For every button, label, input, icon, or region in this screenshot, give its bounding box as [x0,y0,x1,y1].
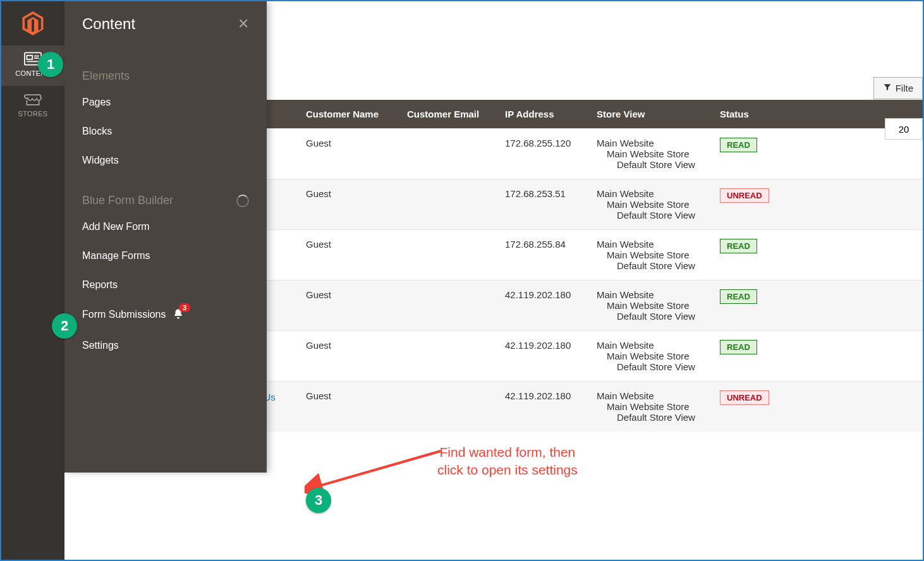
stores-icon [24,92,42,106]
annotation-badge-3: 3 [306,488,331,513]
nav-manage-forms[interactable]: Manage Forms [82,241,249,270]
flyout-title: Content [82,15,135,33]
row-store: Main WebsiteMain Website StoreDefault St… [597,289,705,322]
magento-logo[interactable] [1,1,64,45]
svg-rect-1 [27,56,32,59]
row-ip: 42.119.202.180 [497,331,589,382]
nav-pages[interactable]: Pages [82,88,249,117]
row-ip: 172.68.255.84 [497,230,589,280]
row-customer: Guest [298,280,399,331]
nav-add-form[interactable]: Add New Form [82,212,249,241]
nav-settings[interactable]: Settings [82,331,249,360]
section-elements: Elements [82,69,249,83]
row-email [399,280,497,331]
status-badge: UNREAD [720,390,769,405]
row-ip: 172.68.255.120 [497,129,589,179]
row-customer: Guest [298,331,399,382]
row-ip: 42.119.202.180 [497,280,589,331]
status-badge: READ [720,239,757,253]
page-size-input[interactable] [885,118,923,140]
admin-rail: CONTENT 3 STORES [1,1,64,560]
submissions-badge: 3 [179,303,190,312]
annotation-arrow-icon [305,443,450,494]
row-email [399,331,497,382]
nav-blocks[interactable]: Blocks [82,117,249,146]
col-customer-name[interactable]: Customer Name [298,100,399,129]
row-email [399,382,497,432]
row-store: Main WebsiteMain Website StoreDefault St… [597,239,705,271]
row-email [399,230,497,280]
status-badge: UNREAD [720,188,769,203]
row-store: Main WebsiteMain Website StoreDefault St… [597,138,705,170]
row-store: Main WebsiteMain Website StoreDefault St… [597,340,705,372]
nav-reports[interactable]: Reports [82,270,249,299]
row-store: Main WebsiteMain Website StoreDefault St… [597,390,705,423]
rail-stores[interactable]: STORES [1,86,64,126]
nav-form-submissions-label: Form Submissions [82,309,166,320]
annotation-hint: Find wanted form, then click to open its… [437,443,578,480]
row-customer: Guest [298,230,399,280]
filters-label: Filte [896,83,913,94]
annotation-badge-2: 2 [52,313,77,339]
row-email [399,129,497,179]
row-email [399,179,497,230]
col-store[interactable]: Store View [589,100,712,129]
status-badge: READ [720,289,757,304]
funnel-icon [883,83,892,94]
annotation-badge-1: 1 [38,52,63,77]
svg-line-5 [317,451,441,486]
filters-button[interactable]: Filte [873,77,923,99]
section-bfb: Blue Form Builder [82,194,249,207]
row-ip: 42.119.202.180 [497,382,589,432]
col-customer-email[interactable]: Customer Email [399,100,497,129]
nav-form-submissions[interactable]: Form Submissions 3 [82,299,249,331]
nav-widgets[interactable]: Widgets [82,146,249,175]
loading-spinner-icon [236,195,249,207]
status-badge: READ [720,138,757,152]
row-customer: Guest [298,382,399,432]
row-customer: Guest [298,179,399,230]
content-flyout: Content ✕ Elements Pages Blocks Widgets … [64,1,267,473]
row-store: Main WebsiteMain Website StoreDefault St… [597,188,705,220]
bell-icon: 3 [173,308,184,322]
close-icon[interactable]: ✕ [238,16,249,32]
col-ip[interactable]: IP Address [497,100,589,129]
row-ip: 172.68.253.51 [497,179,589,230]
row-customer: Guest [298,129,399,179]
section-bfb-label: Blue Form Builder [82,194,173,207]
rail-stores-label: STORES [18,110,48,118]
status-badge: READ [720,340,757,354]
